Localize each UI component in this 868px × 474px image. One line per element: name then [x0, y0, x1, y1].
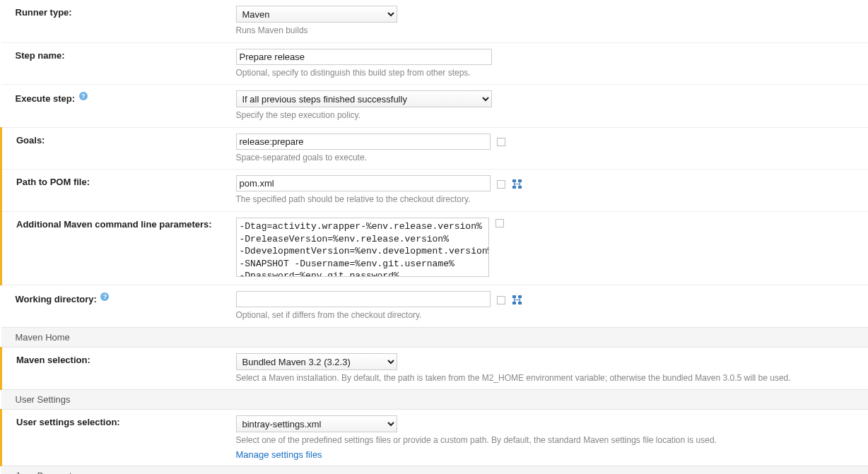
- svg-rect-3: [518, 186, 522, 189]
- expand-icon[interactable]: [497, 296, 505, 304]
- user-settings-hint: Select one of the predefined settings fi…: [236, 435, 855, 446]
- runner-type-hint: Runs Maven builds: [236, 25, 855, 37]
- execute-step-hint: Specify the step execution policy.: [236, 110, 855, 122]
- expand-icon[interactable]: [497, 138, 505, 146]
- section-user-settings: User Settings: [1, 390, 869, 410]
- expand-icon[interactable]: [495, 219, 504, 227]
- help-icon[interactable]: ?: [100, 292, 109, 301]
- tree-icon[interactable]: [512, 179, 522, 189]
- execute-step-select[interactable]: If all previous steps finished successfu…: [236, 90, 492, 107]
- working-dir-input[interactable]: [236, 291, 491, 307]
- additional-params-label: Additional Maven command line parameters…: [1, 211, 228, 285]
- runner-type-label: Runner type:: [1, 0, 228, 42]
- working-dir-label: Working directory: ?: [1, 285, 228, 327]
- goals-input[interactable]: [236, 134, 491, 150]
- expand-icon[interactable]: [497, 180, 505, 189]
- maven-selection-label: Maven selection:: [1, 347, 228, 390]
- manage-settings-link[interactable]: Manage settings files: [236, 449, 322, 460]
- section-java-params: Java Parameters: [1, 466, 869, 474]
- step-name-hint: Optional, specify to distinguish this bu…: [236, 68, 855, 79]
- maven-selection-hint: Select a Maven installation. By default,…: [236, 373, 855, 384]
- svg-rect-0: [512, 179, 516, 182]
- goals-hint: Space-separated goals to execute.: [236, 153, 855, 164]
- execute-step-label: Execute step: ?: [1, 85, 228, 128]
- build-step-form: Runner type: Maven Runs Maven builds Ste…: [0, 0, 868, 474]
- working-dir-hint: Optional, set if differs from the checko…: [236, 310, 855, 321]
- runner-type-select[interactable]: Maven: [236, 6, 397, 23]
- user-settings-select[interactable]: bintray-settings.xml: [236, 415, 397, 432]
- pom-path-label: Path to POM file:: [1, 170, 228, 212]
- tree-icon[interactable]: [512, 295, 522, 305]
- svg-rect-1: [518, 179, 522, 182]
- help-icon[interactable]: ?: [79, 92, 88, 100]
- svg-rect-9: [512, 302, 516, 304]
- step-name-label: Step name:: [1, 42, 228, 85]
- svg-rect-10: [518, 302, 522, 304]
- user-settings-label: User settings selection:: [1, 410, 228, 466]
- svg-rect-8: [518, 295, 522, 298]
- maven-selection-select[interactable]: Bundled Maven 3.2 (3.2.3): [236, 353, 397, 370]
- section-maven-home: Maven Home: [1, 327, 869, 347]
- additional-params-textarea[interactable]: -Dtag=activity.wrapper-%env.release.vers…: [236, 218, 489, 277]
- svg-rect-7: [512, 295, 516, 298]
- goals-label: Goals:: [1, 127, 228, 170]
- svg-rect-2: [512, 186, 516, 189]
- step-name-input[interactable]: [236, 49, 492, 65]
- pom-path-input[interactable]: [236, 175, 491, 191]
- pom-path-hint: The specified path should be relative to…: [236, 194, 855, 206]
